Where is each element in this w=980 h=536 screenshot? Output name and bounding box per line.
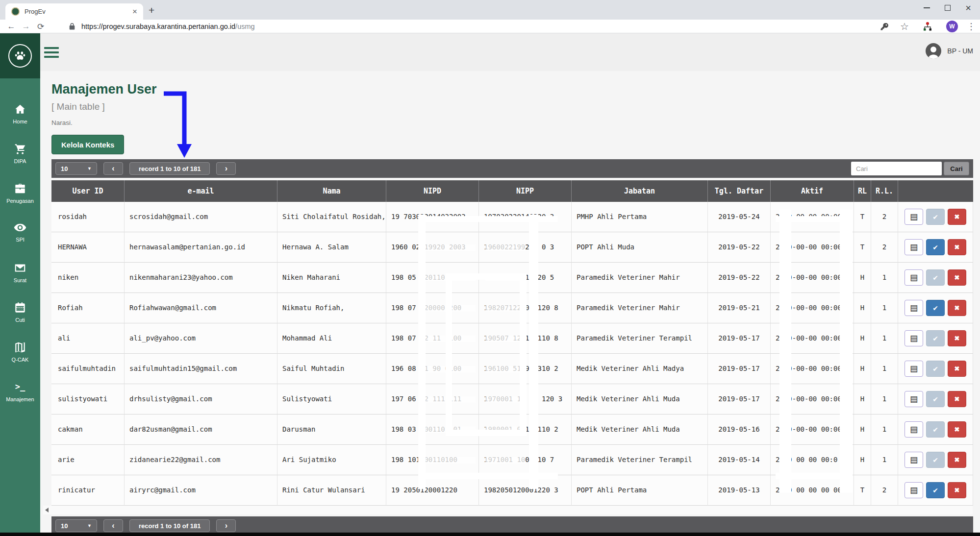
extension-icon[interactable]	[922, 20, 933, 33]
sidebar-item-penugasan[interactable]: Penugasan	[0, 182, 40, 222]
cell-tgl-daftar: 2019-05-16	[708, 414, 771, 445]
row-delete-button[interactable]: ✖	[948, 421, 966, 438]
new-tab-button[interactable]: +	[149, 4, 154, 16]
kelola-konteks-button[interactable]: Kelola Konteks	[51, 135, 124, 154]
column-header-e-mail[interactable]: e-mail	[125, 180, 277, 202]
row-delete-button[interactable]: ✖	[948, 209, 966, 225]
row-delete-button[interactable]: ✖	[948, 361, 966, 377]
page-size-select[interactable]: 10 ▼	[55, 162, 97, 175]
row-detail-button[interactable]: ▤	[905, 300, 923, 316]
hamburger-menu-icon[interactable]	[44, 47, 59, 58]
sidebar-item-manajemen[interactable]: >_ Manajemen	[0, 381, 40, 420]
row-delete-button[interactable]: ✖	[948, 330, 966, 346]
next-page-button[interactable]: ›	[216, 519, 236, 532]
row-detail-button[interactable]: ▤	[905, 361, 923, 377]
row-detail-button[interactable]: ▤	[905, 482, 923, 498]
row-detail-button[interactable]: ▤	[905, 209, 923, 225]
browser-tab[interactable]: ProgEv ×	[5, 3, 143, 20]
bookmark-star-icon[interactable]: ☆	[899, 20, 910, 33]
browser-menu-icon[interactable]: ⋮	[967, 20, 976, 33]
cell-actions: ▤✔✖	[898, 263, 973, 293]
search-button[interactable]: Cari	[944, 162, 969, 175]
browser-url-bar: ← → ⟳ https://progev.surabaya.karantina.…	[0, 20, 980, 33]
row-delete-button[interactable]: ✖	[948, 482, 966, 498]
row-activate-button[interactable]: ✔	[926, 209, 945, 225]
forward-icon[interactable]: →	[21, 20, 31, 33]
redaction-overlay	[520, 277, 527, 436]
app-logo[interactable]	[0, 33, 40, 78]
row-delete-button[interactable]: ✖	[948, 452, 966, 468]
url-text[interactable]: https://progev.surabaya.karantina.pertan…	[81, 20, 255, 33]
row-activate-button[interactable]: ✔	[926, 330, 945, 346]
sidebar-item-dipa[interactable]: DIPA	[0, 143, 40, 182]
column-header-jabatan[interactable]: Jabatan	[572, 180, 708, 202]
column-header-nama[interactable]: Nama	[277, 180, 386, 202]
redaction-overlay	[418, 215, 426, 489]
sidebar-item-home[interactable]: Home	[0, 103, 40, 143]
sidebar-item-surat[interactable]: Surat	[0, 262, 40, 301]
row-activate-button[interactable]: ✔	[926, 239, 945, 255]
cell-email: scrosidah@gmail.com	[125, 202, 277, 232]
page-size-select[interactable]: 10 ▼	[55, 519, 97, 532]
row-activate-button[interactable]: ✔	[926, 361, 945, 377]
calendar-icon	[14, 301, 26, 314]
cell-actions: ▤✔✖	[898, 384, 973, 414]
sidebar-item-cuti[interactable]: Cuti	[0, 301, 40, 341]
row-detail-button[interactable]: ▤	[905, 421, 923, 438]
row-activate-button[interactable]: ✔	[926, 452, 945, 468]
cell-actions: ▤✔✖	[898, 445, 973, 475]
cell-actions: ▤✔✖	[898, 354, 973, 384]
prev-page-button[interactable]: ‹	[103, 162, 123, 175]
window-minimize-icon[interactable]	[924, 7, 930, 8]
cell-jabatan: Paramedik Veteriner Terampil	[572, 323, 708, 354]
cell-user-id: sulistyowati	[51, 384, 125, 414]
row-detail-button[interactable]: ▤	[905, 239, 923, 255]
window-maximize-icon[interactable]	[945, 5, 951, 11]
sidebar-item-qcak[interactable]: Q-CAK	[0, 341, 40, 381]
next-page-button[interactable]: ›	[216, 162, 236, 175]
column-header-nipd[interactable]: NIPD	[386, 180, 479, 202]
column-header-r-l-[interactable]: R.L.	[871, 180, 898, 202]
row-detail-button[interactable]: ▤	[905, 391, 923, 407]
prev-page-button[interactable]: ‹	[103, 519, 123, 532]
close-tab-icon[interactable]: ×	[132, 7, 137, 16]
browser-profile-avatar[interactable]: W	[946, 21, 958, 32]
pagination-bar-top: 10 ▼ ‹ record 1 to 10 of 181 › Cari	[51, 159, 973, 178]
horizontal-scrollbar[interactable]	[43, 506, 973, 514]
account-chip[interactable]: BP - UM	[926, 43, 973, 59]
row-activate-button[interactable]: ✔	[926, 482, 945, 498]
row-detail-button[interactable]: ▤	[905, 452, 923, 468]
column-header-tgl-daftar[interactable]: Tgl. Daftar	[708, 180, 771, 202]
search-input[interactable]	[851, 162, 942, 175]
row-activate-button[interactable]: ✔	[926, 421, 945, 438]
row-detail-button[interactable]: ▤	[905, 330, 923, 346]
row-detail-button[interactable]: ▤	[905, 269, 923, 286]
row-delete-button[interactable]: ✖	[948, 269, 966, 286]
back-icon[interactable]: ←	[6, 20, 17, 33]
row-activate-button[interactable]: ✔	[926, 300, 945, 316]
scroll-left-icon[interactable]	[45, 508, 49, 512]
row-activate-button[interactable]: ✔	[926, 391, 945, 407]
column-header-nipp[interactable]: NIPP	[479, 180, 572, 202]
row-delete-button[interactable]: ✖	[948, 391, 966, 407]
key-icon[interactable]	[879, 20, 890, 33]
cell-rl: T	[854, 232, 871, 263]
column-header-user-id[interactable]: User ID	[51, 180, 125, 202]
briefcase-icon	[14, 182, 26, 195]
column-header-actions[interactable]	[898, 180, 973, 202]
cell-rl-level: 1	[871, 354, 898, 384]
window-close-icon[interactable]: ×	[965, 5, 971, 11]
row-delete-button[interactable]: ✖	[948, 300, 966, 316]
cell-tgl-daftar: 2019-05-24	[708, 202, 771, 232]
row-delete-button[interactable]: ✖	[948, 239, 966, 255]
column-header-aktif[interactable]: Aktif	[771, 180, 854, 202]
redaction-overlay	[421, 216, 558, 222]
column-header-rl[interactable]: RL	[854, 180, 871, 202]
row-activate-button[interactable]: ✔	[926, 269, 945, 286]
table-row: rinicaturairyrc@gmail.comRini Catur Wula…	[51, 475, 973, 506]
eye-icon	[13, 222, 27, 234]
sidebar-item-spi[interactable]: SPI	[0, 222, 40, 262]
sidebar-item-label: Surat	[14, 277, 26, 283]
reload-icon[interactable]: ⟳	[35, 20, 46, 33]
cell-email: Rofiahwawan@gmail.com	[125, 293, 277, 323]
